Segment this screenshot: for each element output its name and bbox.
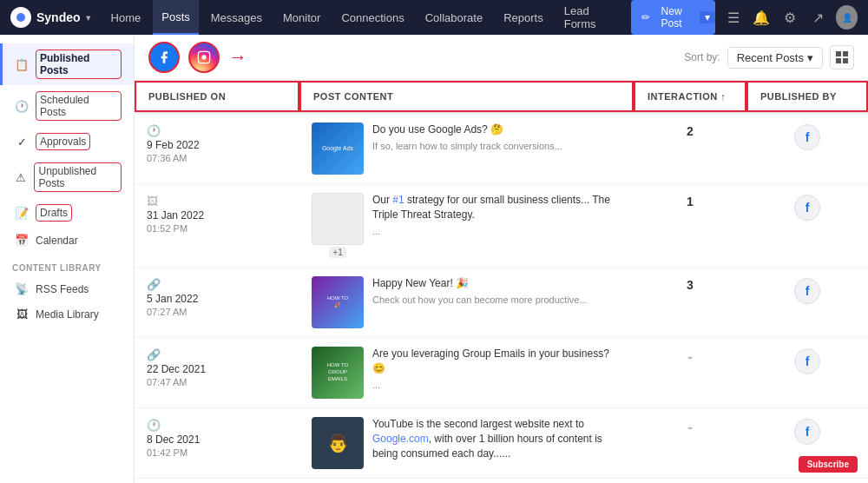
posts-table: PUBLISHED ON POST CONTENT INTERACTION ↑ … (135, 81, 868, 483)
post-title: Happy New Year! 🎉 (372, 276, 621, 291)
published-posts-icon: 📋 (15, 58, 29, 71)
sidebar-item-published-posts-label: Published Posts (36, 50, 122, 79)
settings-gear-icon[interactable]: ⚙ (779, 5, 801, 30)
user-avatar[interactable]: 👤 (836, 5, 858, 30)
interaction-value: 3 (687, 278, 694, 292)
share-icon[interactable]: ↗ (808, 5, 830, 30)
sidebar-item-media-library[interactable]: 🖼 Media Library (0, 301, 134, 327)
content-cell: Google Ads Do you use Google Ads? 🤔 If s… (299, 114, 634, 183)
time-value: 07:27 AM (147, 307, 187, 317)
interaction-cell: 2 (634, 479, 746, 483)
new-post-button[interactable]: ✏ New Post ▾ (631, 0, 716, 35)
post-text: Happy New Year! 🎉 Check out how you can … (372, 276, 621, 307)
svg-rect-5 (836, 58, 841, 63)
sidebar-item-drafts[interactable]: 📝 Drafts (0, 198, 134, 228)
nav-lead-forms[interactable]: Lead Forms (556, 0, 628, 35)
th-post-content-label: POST CONTENT (313, 91, 393, 102)
sidebar-item-calendar[interactable]: 📅 Calendar (0, 228, 134, 253)
date-value: 31 Jan 2022 (147, 209, 204, 222)
main-content: → Sort by: Recent Posts ▾ (135, 35, 868, 483)
sidebar-item-scheduled-posts[interactable]: 🕐 Scheduled Posts (0, 85, 134, 127)
notification-bell-icon[interactable]: 🔔 (751, 5, 773, 30)
sort-dropdown[interactable]: Recent Posts ▾ (727, 47, 823, 69)
svg-rect-6 (843, 58, 848, 63)
sidebar-item-published-posts[interactable]: 📋 Published Posts (0, 43, 134, 85)
nav-collaborate[interactable]: Collaborate (417, 0, 492, 35)
published-by-cell: f (746, 338, 868, 407)
th-interaction[interactable]: INTERACTION ↑ (634, 81, 746, 112)
date-cell: 🕐 9 Feb 2022 07:36 AM (135, 114, 299, 183)
interaction-cell: - (634, 408, 746, 478)
date-type-icon: 🔗 (147, 348, 161, 361)
date-value: 5 Jan 2022 (147, 293, 198, 305)
post-thumbnail: HOW TO🎉 (312, 276, 364, 328)
interaction-cell: 3 (634, 268, 746, 337)
nav-posts[interactable]: Posts (153, 0, 199, 35)
drafts-icon: 📝 (15, 207, 29, 220)
table-row: 🔗 22 Dec 2021 07:47 AM HOW TOGROUPEMAILS… (135, 338, 868, 408)
interaction-value: 1 (687, 195, 694, 208)
interaction-value: 2 (687, 124, 694, 138)
sidebar-item-unpublished-posts-label: Unpublished Posts (34, 162, 122, 192)
time-value: 01:42 PM (147, 447, 187, 458)
th-interaction-label: INTERACTION ↑ (648, 91, 726, 102)
sidebar-item-calendar-label: Calendar (36, 235, 78, 247)
grid-view-button[interactable] (830, 45, 854, 69)
table-row: 🕐 10 Nov 2021 07:09 AM 🐫 Happy Hump Day!… (135, 479, 868, 483)
table-row: 🕐 8 Dec 2021 01:42 PM 👨 YouTube is the s… (135, 408, 868, 479)
new-post-dropdown-icon: ▾ (700, 11, 715, 23)
interaction-cell: 2 (634, 114, 746, 183)
nav-home[interactable]: Home (102, 0, 150, 35)
date-type-icon: 🕐 (147, 419, 161, 432)
th-post-content: POST CONTENT (299, 81, 634, 112)
published-by-cell: f (746, 479, 868, 483)
content-cell: HOW TO🎉 Happy New Year! 🎉 Check out how … (299, 268, 634, 337)
interaction-cell: 1 (634, 184, 746, 267)
sidebar-item-unpublished-posts[interactable]: ⚠ Unpublished Posts (0, 156, 134, 198)
approvals-icon: ✓ (15, 136, 29, 149)
nav-monitor[interactable]: Monitor (274, 0, 329, 35)
facebook-social-button[interactable] (148, 42, 180, 73)
nav-messages[interactable]: Messages (202, 0, 271, 35)
nav-reports[interactable]: Reports (495, 0, 552, 35)
content-cell: HOW TOGROUPEMAILS Are you leveraging Gro… (299, 338, 634, 407)
th-published-on-label: PUBLISHED ON (148, 91, 226, 102)
post-subtitle: ... (372, 225, 621, 238)
scheduled-posts-icon: 🕐 (15, 100, 29, 113)
published-by-cell: f (746, 184, 868, 267)
post-text: Do you use Google Ads? 🤔 If so, learn ho… (372, 122, 621, 153)
facebook-publisher-icon: f (794, 195, 820, 221)
sidebar: 📋 Published Posts 🕐 Scheduled Posts ✓ Ap… (0, 35, 135, 483)
sidebar-item-rss-feeds[interactable]: 📡 RSS Feeds (0, 276, 134, 301)
facebook-publisher-icon: f (794, 278, 820, 304)
post-subtitle: ... (372, 379, 621, 392)
table-row: 🕐 9 Feb 2022 07:36 AM Google Ads Do you … (135, 114, 868, 184)
th-published-by: PUBLISHED BY (746, 81, 868, 112)
social-bar: → Sort by: Recent Posts ▾ (135, 35, 868, 81)
menu-icon[interactable]: ☰ (722, 5, 744, 30)
brand-logo[interactable]: Syndeo ▾ (10, 7, 90, 28)
sidebar-item-approvals[interactable]: ✓ Approvals (0, 127, 134, 156)
sort-controls: Sort by: Recent Posts ▾ (684, 45, 854, 69)
sort-by-label: Sort by: (684, 51, 720, 63)
nav-connections[interactable]: Connections (332, 0, 412, 35)
sidebar-item-approvals-label: Approvals (36, 133, 90, 150)
date-type-icon: 🖼 (147, 195, 158, 208)
time-value: 01:52 PM (147, 223, 187, 234)
media-icon: 🖼 (15, 308, 29, 321)
interaction-value: - (687, 348, 693, 367)
interaction-value: - (687, 419, 693, 437)
date-type-icon: 🕐 (147, 124, 161, 137)
sidebar-item-scheduled-posts-label: Scheduled Posts (36, 91, 122, 121)
topnav-right: ✏ New Post ▾ ☰ 🔔 ⚙ ↗ 👤 (631, 0, 858, 35)
subscribe-button[interactable]: Subscribe (799, 456, 858, 473)
post-thumbnail (312, 193, 364, 245)
post-title: Are you leveraging Group Emails in your … (372, 347, 621, 376)
new-post-label: New Post (654, 5, 690, 30)
instagram-social-button[interactable] (188, 42, 220, 73)
brand-chevron: ▾ (86, 13, 90, 23)
published-by-cell: f (746, 114, 868, 183)
post-text: YouTube is the second largest website ne… (372, 417, 621, 460)
red-arrow-indicator: → (228, 46, 247, 69)
content-library-section: CONTENT LIBRARY (0, 253, 134, 276)
